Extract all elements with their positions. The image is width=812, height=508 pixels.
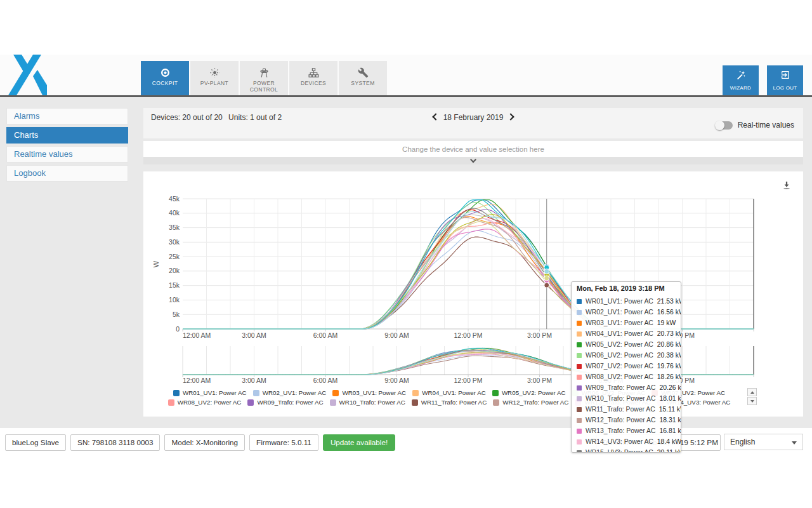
legend-item[interactable]: WR03_UV1: Power AC [332,389,406,396]
date-label: 18 February 2019 [443,113,504,122]
tooltip-swatch [577,310,582,315]
tooltip-series-value: 21.53 kW [653,298,681,305]
tooltip-series-name: WR11_Trafo: Power AC [586,406,655,413]
prev-day-button[interactable] [432,113,439,120]
tooltip-series-value: 18.31 kW [656,417,682,424]
y-axis-label: 15k [169,281,180,289]
device-selection-hint[interactable]: Change the device and value selection he… [143,141,803,157]
tooltip-row: WR09_Trafo: Power AC20.26 kW [577,382,676,393]
update-available-button[interactable]: Update available! [323,434,395,451]
legend-item[interactable]: WR05_UV2: Power AC [492,389,566,396]
tooltip-series-value: 18.26 kW [653,373,681,380]
x-axis-label: 6:00 AM [313,331,338,339]
logout-icon [780,70,790,83]
selection-collapse-bar[interactable] [143,157,803,164]
app-header: COCKPITPV-PLANTPOWER CONTROLDEVICESSYSTE… [0,0,812,97]
tooltip-series-name: WR13_Trafo: Power AC [586,427,656,434]
tooltip-series-name: WR09_Trafo: Power AC [586,384,656,391]
legend-item[interactable]: WR11_Trafo: Power AC [412,399,487,406]
tooltip-series-name: WR02_UV1: Power AC [586,309,653,316]
tooltip-swatch [577,429,582,434]
tooltip-series-name: WR07_UV2: Power AC [586,363,653,370]
tooltip-row: WR02_UV1: Power AC16.56 kW [577,307,676,318]
legend-swatch [253,390,259,396]
tab-label: COCKPIT [152,81,178,87]
chevron-down-icon [470,157,476,163]
legend-swatch [492,390,499,396]
legend-label: WR05_UV2: Power AC [502,389,566,396]
download-icon[interactable] [781,180,792,191]
wizard-button[interactable]: WIZARD [723,65,759,95]
nav-x-axis-label: 12:00 AM [183,377,211,384]
tab-label: DEVICES [301,81,326,87]
serial-number-box: SN: 798108 3118 0003 [70,434,160,451]
status-items: blueLog Slave SN: 798108 3118 0003 Model… [5,434,395,451]
tooltip-row: WR14_UV3: Power AC18.4 kW [577,436,676,447]
tooltip-series-name: WR15_UV3: Power AC [586,449,653,453]
sidebar-item-alarms[interactable]: Alarms [6,108,128,124]
y-axis-label: 0 [176,325,180,333]
tab-label: SYSTEM [351,81,374,87]
tooltip-swatch [577,407,582,412]
realtime-label: Real-time values [738,121,794,130]
logout-button[interactable]: LOG OUT [767,65,803,95]
tab-cockpit[interactable]: COCKPIT [141,61,189,95]
chart-tooltip: Mon, Feb 18, 2019 3:18 PM WR01_UV1: Powe… [571,281,681,453]
realtime-toggle-group: Real-time values [716,121,794,130]
devices-tree-icon [308,67,319,78]
legend-item[interactable]: WR12_Trafo: Power AC [493,399,568,406]
language-select[interactable]: English [724,434,803,450]
legend-swatch [247,399,254,406]
page: COCKPITPV-PLANTPOWER CONTROLDEVICESSYSTE… [0,0,812,508]
x-axis-label: 12:00 AM [183,331,211,339]
x-axis-label: 12:00 PM [454,331,483,339]
x-axis-label: 3:00 AM [242,331,266,339]
main-nav-tabs: COCKPITPV-PLANTPOWER CONTROLDEVICESSYSTE… [141,61,387,95]
legend-item[interactable]: WR01_UV1: Power AC [173,389,247,396]
legend-label: WR10_Trafo: Power AC [339,399,405,406]
tooltip-row: WR03_UV1: Power AC19 kW [577,318,676,328]
legend-item[interactable]: WR10_Trafo: Power AC [330,399,405,406]
legend-swatch [168,399,174,406]
legend-swatch [412,390,419,396]
next-day-button[interactable] [508,113,514,120]
legend-label: WR08_UV2: Power AC [178,399,242,406]
sidebar-item-charts[interactable]: Charts [6,127,128,144]
power-chart[interactable]: 05k10k15k20k25k30k35k40k45kW12:00 AM12:0… [143,171,803,417]
tooltip-swatch [577,321,582,326]
legend-label: WR01_UV1: Power AC [183,389,247,396]
legend-scroll [747,388,757,406]
legend-swatch [173,390,180,396]
tooltip-row: WR12_Trafo: Power AC18.31 kW [577,415,676,425]
tab-system[interactable]: SYSTEM [339,61,387,95]
tooltip-rows: WR01_UV1: Power AC21.53 kWWR02_UV1: Powe… [577,296,676,453]
tooltip-swatch [577,450,582,453]
realtime-toggle[interactable] [716,121,733,130]
chart-panel: 05k10k15k20k25k30k35k40k45kW12:00 AM12:0… [143,171,803,417]
legend-item[interactable]: WR08_UV2: Power AC [168,399,242,406]
tooltip-swatch [577,385,582,391]
sidebar-item-realtime-values[interactable]: Realtime values [6,146,128,163]
wand-icon [736,70,746,83]
hover-marker [544,276,549,281]
legend-scroll-down-button[interactable] [747,397,757,405]
y-axis-title: W [152,260,160,267]
tooltip-series-name: WR05_UV2: Power AC [586,341,653,348]
wrench-icon [358,67,369,78]
legend-scroll-up-button[interactable] [747,388,757,396]
tab-pv-plant[interactable]: PV-PLANT [190,61,239,95]
tab-power-control[interactable]: POWER CONTROL [240,61,288,95]
tooltip-series-name: WR01_UV1: Power AC [586,298,653,305]
tooltip-swatch [577,342,582,347]
legend-item[interactable]: WR04_UV1: Power AC [412,389,486,396]
legend-item[interactable]: WR09_Trafo: Power AC [247,399,323,406]
tab-devices[interactable]: DEVICES [289,61,337,95]
tooltip-row: WR08_UV2: Power AC18.26 kW [577,371,676,382]
tooltip-series-value: 18.01 kW [656,395,682,402]
tooltip-row: WR07_UV2: Power AC19.76 kW [577,361,676,371]
legend-item[interactable]: WR02_UV1: Power AC [253,389,327,396]
y-axis-label: 10k [169,296,180,304]
tooltip-series-name: WR06_UV2: Power AC [586,352,653,359]
sidebar-item-logbook[interactable]: Logbook [6,165,128,182]
tooltip-row: WR05_UV2: Power AC20.86 kW [577,339,676,350]
